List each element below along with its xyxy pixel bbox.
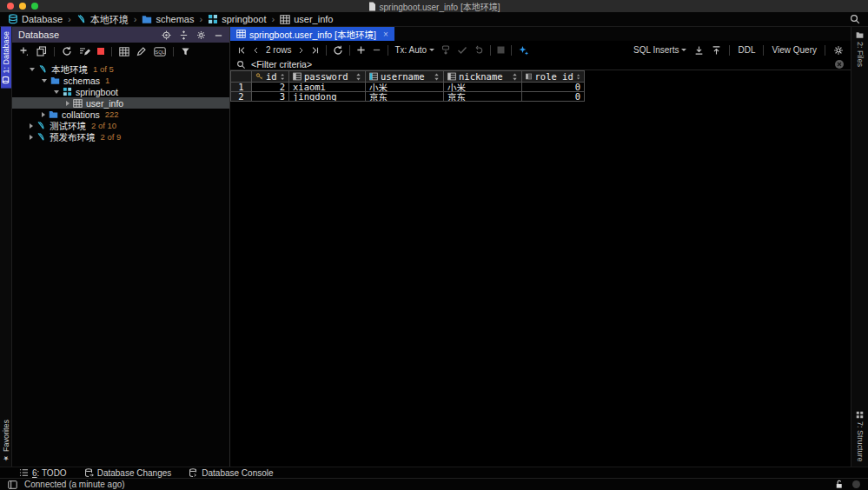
database-console-icon	[189, 468, 198, 478]
add-row-icon[interactable]	[356, 45, 366, 55]
toolwindow-tab-favorites[interactable]: ★ Favorites	[1, 415, 11, 467]
chevron-right-icon[interactable]	[30, 135, 33, 140]
toolwindow-tab-structure[interactable]: 7: Structure	[855, 407, 865, 467]
titlebar: springboot.user_info [本地环境]	[0, 0, 868, 12]
minimize-window-button[interactable]	[19, 3, 26, 10]
chevron-right-icon[interactable]	[66, 101, 70, 106]
chevron-right-icon[interactable]	[42, 112, 45, 117]
filter-criteria-input[interactable]: <Filter criteria>	[251, 59, 312, 70]
toolwindow-tab-files[interactable]: 2: Files	[855, 27, 865, 71]
close-tab-icon[interactable]: ×	[383, 30, 388, 39]
tree-item-schemas[interactable]: schemas 1	[12, 75, 229, 86]
tree-item-springboot[interactable]: springboot	[12, 86, 229, 97]
search-icon[interactable]	[850, 14, 860, 24]
column-header-nickname[interactable]: nickname	[444, 70, 522, 83]
filter-search-icon[interactable]	[236, 60, 246, 70]
duplicate-icon[interactable]	[36, 46, 47, 56]
column-header-role-id[interactable]: role_id	[522, 70, 585, 83]
close-window-button[interactable]	[7, 3, 14, 10]
add-datasource-button[interactable]	[19, 46, 30, 56]
column-header-id[interactable]: id	[252, 70, 289, 83]
maximize-window-button[interactable]	[31, 3, 38, 10]
chevron-down-icon	[429, 49, 434, 51]
cell-username[interactable]: 小米	[366, 83, 444, 92]
cell-nickname[interactable]: 京东	[444, 92, 522, 102]
jump-to-console-icon[interactable]	[79, 46, 90, 56]
grid-settings-gear-icon[interactable]	[833, 45, 844, 56]
notifications-icon[interactable]	[852, 480, 860, 488]
disconnect-button[interactable]	[97, 48, 104, 55]
tree-item-local-env[interactable]: 本地环境 1 of 5	[12, 63, 229, 75]
sort-icon[interactable]	[434, 73, 440, 81]
edit-icon[interactable]	[136, 46, 147, 56]
chevron-down-icon[interactable]	[30, 68, 35, 71]
rollback-icon[interactable]	[474, 45, 484, 55]
chevron-down-icon[interactable]	[42, 79, 47, 83]
row-count-label[interactable]: 2 rows	[266, 45, 291, 55]
stop-icon[interactable]	[497, 46, 505, 54]
chevron-down-icon[interactable]	[54, 90, 59, 94]
cell-id[interactable]: 2	[252, 83, 289, 92]
cell-nickname[interactable]: 小米	[444, 83, 522, 92]
table-row[interactable]: 1 2 xiaomi 小米 小米 0	[230, 83, 851, 92]
tab-user-info[interactable]: springboot.user_info [本地环境] ×	[230, 27, 394, 41]
column-header-username[interactable]: username	[366, 70, 444, 83]
toolwindow-toggle-icon[interactable]	[8, 480, 17, 489]
table-row[interactable]: 2 3 jingdong 京东 京东 0	[230, 92, 851, 102]
previous-page-icon[interactable]	[252, 46, 260, 55]
sort-icon[interactable]	[576, 73, 580, 81]
reload-data-icon[interactable]	[333, 45, 343, 56]
submit-icon[interactable]	[441, 45, 451, 56]
table-view-icon[interactable]	[119, 47, 129, 56]
sort-icon[interactable]	[355, 73, 361, 81]
cell-role-id[interactable]: 0	[522, 92, 585, 102]
unlock-icon[interactable]	[834, 480, 844, 489]
tree-item-user-info[interactable]: user_info	[12, 97, 229, 109]
sort-icon[interactable]	[512, 73, 518, 81]
close-filter-icon[interactable]	[834, 59, 845, 70]
import-upload-icon[interactable]	[712, 45, 721, 56]
tree-item-collations[interactable]: collations 222	[12, 109, 229, 120]
view-query-button[interactable]: View Query	[772, 45, 817, 55]
filter-row: <Filter criteria>	[230, 59, 851, 70]
ddl-button[interactable]: DDL	[738, 45, 755, 55]
toolbar-separator	[490, 45, 491, 56]
data-extractor-sparkle-icon[interactable]	[518, 45, 529, 56]
row-number-header[interactable]	[230, 70, 252, 83]
cell-password[interactable]: xiaomi	[289, 83, 366, 92]
breadcrumb-item-connection[interactable]: 本地环境	[76, 12, 129, 26]
sql-inserts-dropdown[interactable]: SQL Inserts	[633, 45, 686, 55]
commit-check-icon[interactable]	[457, 46, 467, 55]
chevron-right-icon[interactable]	[30, 123, 33, 129]
filter-icon[interactable]	[181, 47, 190, 56]
column-header-password[interactable]: password	[289, 70, 366, 83]
delete-row-icon[interactable]	[372, 45, 381, 55]
sort-icon[interactable]	[280, 73, 285, 81]
tx-mode-dropdown[interactable]: Tx: Auto	[394, 45, 434, 55]
toolwindow-tab-todo[interactable]: 6: TODO	[19, 468, 67, 478]
first-page-icon[interactable]	[237, 46, 246, 55]
next-page-icon[interactable]	[297, 46, 305, 55]
cell-password[interactable]: jingdong	[289, 92, 366, 102]
breadcrumb-item-database[interactable]: Database	[8, 14, 63, 24]
sql-generator-icon[interactable]: SQL	[154, 47, 166, 56]
tree-item-test-env[interactable]: 测试环境 2 of 10	[12, 120, 229, 131]
refresh-icon[interactable]	[62, 46, 72, 56]
toolwindow-tab-database-changes[interactable]: Database Changes	[84, 468, 172, 478]
collapse-expand-icon[interactable]	[179, 30, 189, 40]
cell-username[interactable]: 京东	[366, 92, 444, 102]
cell-role-id[interactable]: 0	[522, 83, 585, 92]
export-download-icon[interactable]	[694, 45, 704, 56]
toolwindow-tab-database[interactable]: 1: Database	[1, 27, 11, 89]
last-page-icon[interactable]	[311, 46, 320, 55]
locate-icon[interactable]	[162, 30, 171, 40]
tree-item-staging-env[interactable]: 预发布环境 2 of 9	[12, 131, 229, 142]
breadcrumb-item-user-info[interactable]: user_info	[280, 14, 333, 24]
breadcrumb-item-springboot[interactable]: springboot	[208, 14, 266, 24]
gear-icon[interactable]	[196, 30, 206, 40]
cell-id[interactable]: 3	[252, 92, 289, 102]
hide-panel-icon[interactable]	[214, 30, 223, 40]
toolwindow-tab-database-console[interactable]: Database Console	[189, 468, 273, 478]
breadcrumb-item-schemas[interactable]: schemas	[142, 14, 194, 24]
connection-status-text[interactable]: Connected (a minute ago)	[24, 480, 125, 489]
